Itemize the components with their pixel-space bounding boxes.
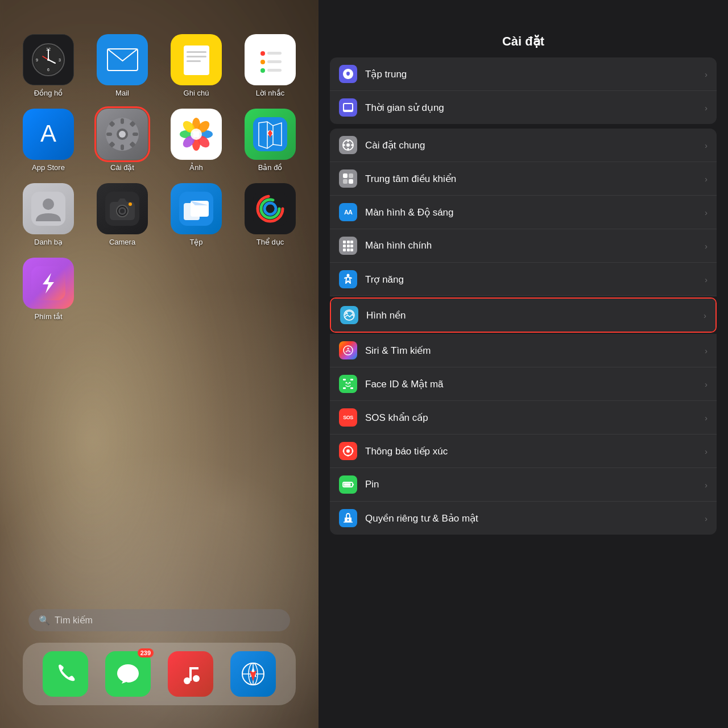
exposure-icon bbox=[339, 442, 357, 460]
settings-row-display[interactable]: AA Màn hình & Độ sáng › bbox=[330, 196, 717, 229]
app-label-fitness: Thể dục bbox=[257, 238, 284, 246]
svg-point-102 bbox=[348, 348, 349, 350]
svg-point-67 bbox=[193, 675, 200, 682]
app-item-fitness[interactable]: Thể dục bbox=[239, 183, 301, 246]
svg-point-20 bbox=[260, 68, 265, 73]
app-item-reminders[interactable]: Lời nhắc bbox=[239, 34, 301, 97]
settings-row-exposure[interactable]: Thông báo tiếp xúc › bbox=[330, 435, 717, 468]
svg-point-111 bbox=[346, 449, 350, 453]
dock-item-phone[interactable] bbox=[43, 651, 88, 697]
app-grid-row3: Danh bạ Camera bbox=[17, 183, 301, 246]
svg-rect-19 bbox=[267, 60, 282, 63]
svg-point-80 bbox=[346, 143, 350, 147]
app-item-mail[interactable]: Mail bbox=[91, 34, 154, 97]
app-item-photos[interactable]: Ảnh bbox=[165, 109, 228, 172]
settings-row-battery[interactable]: Pin › bbox=[330, 468, 717, 502]
svg-rect-89 bbox=[343, 241, 346, 243]
dock-item-music[interactable] bbox=[168, 651, 213, 697]
svg-point-25 bbox=[119, 131, 126, 138]
app-icon-maps bbox=[245, 109, 296, 160]
accessibility-chevron: › bbox=[705, 275, 708, 284]
faceid-label: Face ID & Mật mã bbox=[365, 378, 705, 390]
app-icon-shortcuts bbox=[23, 258, 74, 309]
app-item-appstore[interactable]: A App Store bbox=[17, 109, 80, 172]
svg-point-57 bbox=[129, 202, 132, 206]
app-icon-photos bbox=[171, 109, 222, 160]
home-screen: 12 6 9 3 Đồng hồ bbox=[0, 0, 318, 728]
app-label-files: Tệp bbox=[189, 238, 202, 246]
homescreen-icon bbox=[339, 237, 357, 255]
exposure-label: Thông báo tiếp xúc bbox=[365, 445, 705, 457]
app-item-settings[interactable]: Cài đặt bbox=[91, 109, 154, 172]
dock-item-safari[interactable] bbox=[230, 651, 276, 697]
search-bar[interactable]: 🔍 Tìm kiếm bbox=[28, 609, 290, 631]
general-chevron: › bbox=[705, 140, 708, 150]
wallpaper-row-container: Hình nền › bbox=[330, 297, 717, 333]
control-label: Trung tâm điều khiển bbox=[365, 173, 705, 185]
app-label-appstore: App Store bbox=[32, 163, 65, 172]
settings-row-general[interactable]: Cài đặt chung › bbox=[330, 129, 717, 162]
app-item-files[interactable]: Tệp bbox=[165, 183, 228, 246]
dock-item-messages[interactable]: 239 bbox=[105, 651, 151, 697]
display-chevron: › bbox=[705, 208, 708, 217]
screentime-chevron: › bbox=[705, 103, 708, 113]
svg-rect-94 bbox=[350, 245, 353, 247]
settings-panel: Cài đặt Tập trung › bbox=[318, 0, 728, 728]
svg-point-9 bbox=[47, 59, 49, 61]
app-label-maps: Bản đồ bbox=[258, 163, 283, 172]
app-icon-notes bbox=[171, 34, 222, 85]
svg-rect-91 bbox=[350, 241, 353, 243]
settings-row-siri[interactable]: Siri & Tìm kiếm › bbox=[330, 334, 717, 367]
svg-point-119 bbox=[348, 519, 349, 521]
settings-row-wallpaper[interactable]: Hình nền › bbox=[331, 299, 715, 332]
svg-point-112 bbox=[348, 446, 349, 448]
app-item-contacts[interactable]: Danh bạ bbox=[17, 183, 80, 246]
messages-badge: 239 bbox=[138, 648, 154, 657]
app-label-camera: Camera bbox=[109, 238, 135, 246]
settings-row-control[interactable]: Trung tâm điều khiển › bbox=[330, 162, 717, 196]
app-item-clock[interactable]: 12 6 9 3 Đồng hồ bbox=[17, 34, 80, 97]
app-item-camera[interactable]: Camera bbox=[91, 183, 154, 246]
svg-point-98 bbox=[347, 274, 350, 277]
svg-rect-82 bbox=[348, 148, 349, 150]
svg-rect-97 bbox=[350, 249, 353, 251]
svg-rect-77 bbox=[344, 104, 352, 110]
svg-rect-103 bbox=[343, 379, 346, 380]
svg-rect-12 bbox=[187, 51, 206, 53]
settings-list: Tập trung › Thời gian sử dụng › bbox=[318, 57, 728, 728]
svg-rect-14 bbox=[187, 60, 201, 62]
svg-rect-81 bbox=[348, 140, 349, 142]
svg-point-18 bbox=[260, 60, 265, 64]
general-label: Cài đặt chung bbox=[365, 139, 705, 151]
svg-text:9: 9 bbox=[36, 58, 38, 62]
svg-text:A: A bbox=[40, 120, 56, 147]
settings-row-privacy[interactable]: Quyền riêng tư & Bảo mật › bbox=[330, 502, 717, 535]
svg-point-115 bbox=[352, 450, 354, 452]
settings-row-homescreen[interactable]: Màn hình chính › bbox=[330, 229, 717, 263]
svg-rect-13 bbox=[187, 56, 206, 57]
app-item-maps[interactable]: Bản đồ bbox=[239, 109, 301, 172]
app-grid-row2: A App Store bbox=[17, 109, 301, 172]
settings-row-focus[interactable]: Tập trung › bbox=[330, 57, 717, 91]
svg-rect-26 bbox=[121, 118, 124, 124]
svg-rect-84 bbox=[351, 144, 353, 146]
svg-rect-95 bbox=[343, 249, 346, 251]
dock: 239 bbox=[23, 643, 296, 705]
svg-point-56 bbox=[120, 209, 125, 213]
app-item-notes[interactable]: Ghi chú bbox=[165, 34, 228, 97]
settings-row-screentime[interactable]: Thời gian sử dụng › bbox=[330, 91, 717, 124]
control-icon bbox=[339, 169, 357, 188]
sos-chevron: › bbox=[705, 413, 708, 423]
siri-chevron: › bbox=[705, 346, 708, 355]
app-item-shortcuts[interactable]: Phím tắt bbox=[17, 258, 80, 321]
settings-row-sos[interactable]: SOS SOS khẩn cấp › bbox=[330, 401, 717, 435]
svg-rect-92 bbox=[343, 245, 346, 247]
svg-rect-17 bbox=[267, 52, 282, 55]
settings-title: Cài đặt bbox=[502, 34, 544, 48]
battery-chevron: › bbox=[705, 480, 708, 490]
settings-row-accessibility[interactable]: Trợ năng › bbox=[330, 263, 717, 296]
settings-row-faceid[interactable]: Face ID & Mật mã › bbox=[330, 367, 717, 401]
wallpaper-icon bbox=[340, 306, 358, 324]
svg-rect-93 bbox=[347, 245, 350, 247]
svg-rect-88 bbox=[349, 179, 353, 184]
